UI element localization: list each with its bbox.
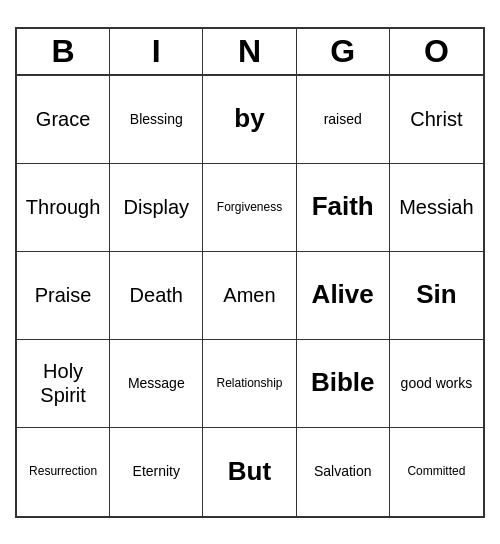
bingo-cell-0[interactable]: Grace bbox=[17, 76, 110, 164]
cell-text-1: Blessing bbox=[130, 111, 183, 128]
bingo-header: BINGO bbox=[17, 29, 483, 76]
bingo-cell-22[interactable]: But bbox=[203, 428, 296, 516]
bingo-grid: GraceBlessingbyraisedChristThroughDispla… bbox=[17, 76, 483, 516]
header-letter-b: B bbox=[17, 29, 110, 74]
bingo-cell-3[interactable]: raised bbox=[297, 76, 390, 164]
cell-text-13: Alive bbox=[312, 279, 374, 310]
bingo-cell-11[interactable]: Death bbox=[110, 252, 203, 340]
bingo-cell-16[interactable]: Message bbox=[110, 340, 203, 428]
cell-text-23: Salvation bbox=[314, 463, 372, 480]
bingo-cell-6[interactable]: Display bbox=[110, 164, 203, 252]
cell-text-20: Resurrection bbox=[29, 464, 97, 478]
bingo-cell-8[interactable]: Faith bbox=[297, 164, 390, 252]
cell-text-19: good works bbox=[401, 375, 473, 392]
header-letter-o: O bbox=[390, 29, 483, 74]
cell-text-5: Through bbox=[26, 195, 101, 219]
bingo-cell-21[interactable]: Eternity bbox=[110, 428, 203, 516]
bingo-cell-1[interactable]: Blessing bbox=[110, 76, 203, 164]
cell-text-6: Display bbox=[124, 195, 190, 219]
cell-text-17: Relationship bbox=[216, 376, 282, 390]
bingo-card: BINGO GraceBlessingbyraisedChristThrough… bbox=[15, 27, 485, 518]
cell-text-24: Committed bbox=[407, 464, 465, 478]
cell-text-3: raised bbox=[324, 111, 362, 128]
bingo-cell-4[interactable]: Christ bbox=[390, 76, 483, 164]
cell-text-16: Message bbox=[128, 375, 185, 392]
cell-text-11: Death bbox=[130, 283, 183, 307]
bingo-cell-17[interactable]: Relationship bbox=[203, 340, 296, 428]
cell-text-9: Messiah bbox=[399, 195, 473, 219]
header-letter-g: G bbox=[297, 29, 390, 74]
bingo-cell-13[interactable]: Alive bbox=[297, 252, 390, 340]
bingo-cell-9[interactable]: Messiah bbox=[390, 164, 483, 252]
cell-text-0: Grace bbox=[36, 107, 90, 131]
cell-text-12: Amen bbox=[223, 283, 275, 307]
cell-text-4: Christ bbox=[410, 107, 462, 131]
bingo-cell-2[interactable]: by bbox=[203, 76, 296, 164]
cell-text-8: Faith bbox=[312, 191, 374, 222]
bingo-cell-5[interactable]: Through bbox=[17, 164, 110, 252]
cell-text-18: Bible bbox=[311, 367, 375, 398]
bingo-cell-14[interactable]: Sin bbox=[390, 252, 483, 340]
cell-text-15: Holy Spirit bbox=[21, 359, 105, 407]
bingo-cell-7[interactable]: Forgiveness bbox=[203, 164, 296, 252]
cell-text-7: Forgiveness bbox=[217, 200, 282, 214]
cell-text-14: Sin bbox=[416, 279, 456, 310]
bingo-cell-10[interactable]: Praise bbox=[17, 252, 110, 340]
bingo-cell-12[interactable]: Amen bbox=[203, 252, 296, 340]
bingo-cell-20[interactable]: Resurrection bbox=[17, 428, 110, 516]
bingo-cell-15[interactable]: Holy Spirit bbox=[17, 340, 110, 428]
cell-text-10: Praise bbox=[35, 283, 92, 307]
cell-text-22: But bbox=[228, 456, 271, 487]
cell-text-2: by bbox=[234, 103, 264, 134]
bingo-cell-24[interactable]: Committed bbox=[390, 428, 483, 516]
cell-text-21: Eternity bbox=[133, 463, 180, 480]
header-letter-n: N bbox=[203, 29, 296, 74]
bingo-cell-19[interactable]: good works bbox=[390, 340, 483, 428]
header-letter-i: I bbox=[110, 29, 203, 74]
bingo-cell-23[interactable]: Salvation bbox=[297, 428, 390, 516]
bingo-cell-18[interactable]: Bible bbox=[297, 340, 390, 428]
